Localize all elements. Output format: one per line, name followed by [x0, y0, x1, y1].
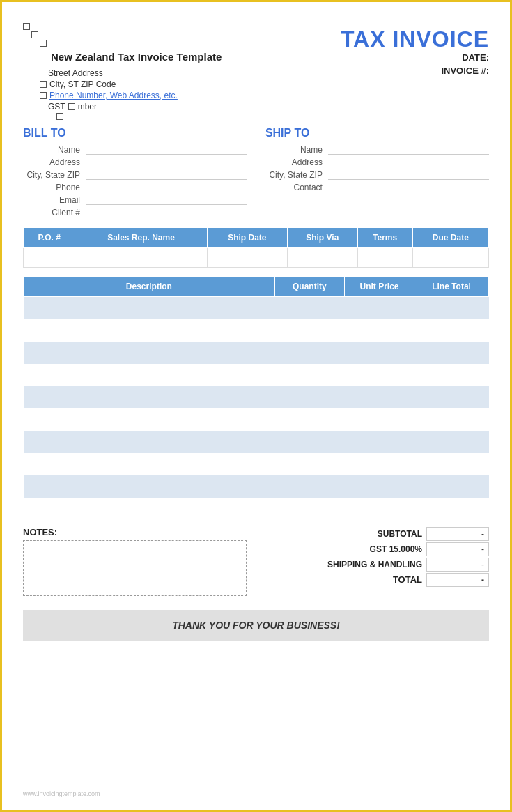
item-desc [24, 319, 275, 342]
item-row [24, 475, 489, 498]
shipping-label: SHIPPING & HANDLING [315, 560, 426, 569]
bottom-section: NOTES: SUBTOTAL - GST 15.000% - SHIPPING… [23, 527, 489, 596]
ship-city-label: City, State ZIP [265, 170, 328, 180]
gst-prefix: GST [48, 102, 65, 112]
bill-name-label: Name [23, 145, 86, 155]
item-row [24, 453, 489, 475]
item-price [344, 319, 414, 342]
item-qty [274, 386, 344, 408]
item-total [414, 431, 489, 453]
gst-row: GST 15.000% - [265, 542, 489, 556]
item-row [24, 364, 489, 386]
item-desc [24, 408, 275, 431]
item-price [344, 408, 414, 431]
item-row [24, 319, 489, 342]
item-total [414, 498, 489, 520]
item-row [24, 498, 489, 520]
checkbox-2 [40, 40, 47, 47]
item-qty [274, 431, 344, 453]
item-total [414, 364, 489, 386]
watermark: www.invoicingtemplate.com [23, 790, 100, 797]
company-name: New Zealand Tax Invoice Template [51, 51, 222, 63]
order-sales-val [75, 248, 207, 268]
order-header-ship-date: Ship Date [207, 228, 287, 248]
summary-block: SUBTOTAL - GST 15.000% - SHIPPING & HAND… [265, 527, 489, 588]
total-value: - [426, 573, 489, 587]
bill-email-row: Email [23, 195, 247, 205]
item-price [344, 453, 414, 475]
bill-phone-label: Phone [23, 183, 86, 192]
gst-suffix: mber [78, 102, 97, 112]
checkbox-extra [56, 113, 63, 120]
item-qty [274, 364, 344, 386]
item-row [24, 408, 489, 431]
city-row: City, ST ZIP Code [40, 79, 222, 89]
subtotal-value: - [426, 527, 489, 541]
checkbox-gst [68, 103, 75, 110]
gst-label: GST 15.000% [315, 544, 426, 554]
item-total [414, 319, 489, 342]
order-header-ship-via: Ship Via [287, 228, 357, 248]
item-desc [24, 453, 275, 475]
cb-row-2 [40, 40, 222, 47]
item-row [24, 386, 489, 408]
phone-link: Phone Number, Web Address, etc. [49, 91, 178, 100]
item-price [344, 386, 414, 408]
order-data-row [24, 248, 489, 268]
bill-address-row: Address [23, 158, 247, 167]
item-price [344, 297, 414, 319]
bill-name-row: Name [23, 145, 247, 155]
order-ship-via-val [287, 248, 357, 268]
item-desc [24, 498, 275, 520]
tax-invoice-title: TAX INVOICE [341, 23, 489, 52]
address-section: BILL TO Name Address City, State ZIP Pho… [23, 127, 489, 220]
bill-client-label: Client # [23, 208, 86, 217]
order-ship-date-val [207, 248, 287, 268]
order-due-date-val [412, 248, 488, 268]
order-po-val [24, 248, 75, 268]
item-total [414, 453, 489, 475]
item-qty [274, 498, 344, 520]
bill-city-label: City, State ZIP [23, 170, 86, 180]
bill-email-label: Email [23, 195, 86, 205]
item-row [24, 431, 489, 453]
item-price [344, 342, 414, 364]
order-table: P.O. # Sales Rep. Name Ship Date Ship Vi… [23, 227, 489, 268]
ship-to-block: SHIP TO Name Address City, State ZIP Con… [265, 127, 489, 220]
item-price [344, 364, 414, 386]
item-desc [24, 431, 275, 453]
checkbox-stack [23, 23, 222, 47]
date-invoice-block: DATE: INVOICE #: [441, 52, 489, 79]
order-header-sales: Sales Rep. Name [75, 228, 207, 248]
item-row [24, 297, 489, 319]
ship-name-value [328, 145, 489, 155]
ship-name-row: Name [265, 145, 489, 155]
bill-city-value [86, 170, 247, 180]
ship-contact-label: Contact [265, 183, 328, 192]
notes-box[interactable] [23, 540, 247, 596]
items-table: Description Quantity Unit Price Line Tot… [23, 276, 489, 520]
item-price [344, 475, 414, 498]
item-desc [24, 297, 275, 319]
checkbox-phone [40, 92, 47, 99]
item-total [414, 386, 489, 408]
ship-address-value [328, 158, 489, 167]
cb-row-1 [31, 31, 222, 38]
item-total [414, 342, 489, 364]
bill-address-value [86, 158, 247, 167]
checkbox-0 [23, 23, 30, 30]
bill-phone-value [86, 183, 247, 192]
order-header-due-date: Due Date [412, 228, 488, 248]
item-total [414, 297, 489, 319]
bill-phone-row: Phone [23, 183, 247, 192]
item-total [414, 408, 489, 431]
item-desc [24, 342, 275, 364]
notes-block: NOTES: [23, 527, 247, 596]
subtotal-label: SUBTOTAL [315, 529, 426, 539]
ship-contact-row: Contact [265, 183, 489, 192]
order-header-terms: Terms [357, 228, 412, 248]
item-qty [274, 342, 344, 364]
gst-row: GST mber [48, 102, 222, 112]
bill-email-value [86, 195, 247, 205]
item-price [344, 431, 414, 453]
